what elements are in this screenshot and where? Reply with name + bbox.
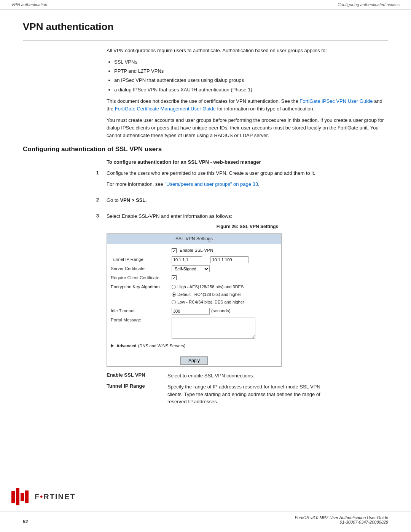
header-right: Configuring authenticated access [338, 2, 400, 7]
footer-guide-info: FortiOS v3.0 MR7 User Authentication Use… [295, 515, 388, 524]
link-cert-mgmt-guide[interactable]: FortiGate Certificate Management User Gu… [115, 106, 216, 112]
portal-msg-value [172, 317, 255, 339]
field-desc-1: Select to enable SSL VPN connections. [167, 372, 335, 380]
fortinet-logo: F•RTINET [11, 488, 75, 505]
intro-para2-prefix: This document does not describe the use … [107, 98, 299, 104]
step-3-text: Select Enable SSL-VPN and enter informat… [107, 212, 388, 220]
fortinet-logo-svg [11, 488, 32, 505]
footer-page-number: 52 [23, 519, 28, 524]
intro-section: All VPN configurations require users to … [107, 47, 388, 139]
server-cert-value: Self-Signed [172, 265, 210, 272]
step-content-3: Select Enable SSL-VPN and enter informat… [107, 212, 388, 367]
intro-paragraph-2: This document does not describe the use … [107, 97, 388, 113]
enable-ssl-vpn-value: Enable SSL-VPN [172, 247, 213, 254]
enc-radio-default-btn[interactable] [172, 292, 176, 297]
idle-timeout-row: Idle Timeout (seconds) [111, 308, 277, 315]
tunnel-ip-to-input[interactable] [210, 256, 249, 263]
server-cert-row: Server Certificate Self-Signed [111, 265, 277, 272]
require-client-cert-row: Require Client Certificate [111, 275, 277, 281]
advanced-row: Advanced (DNS and WINS Servers) [111, 341, 277, 351]
field-name-1: Enable SSL VPN [107, 372, 160, 380]
apply-btn-row: Apply [107, 354, 281, 366]
svg-rect-3 [25, 490, 29, 503]
portal-msg-row: Portal Message [111, 317, 277, 339]
enc-radio-low-btn[interactable] [172, 300, 176, 304]
idle-timeout-label: Idle Timeout [111, 308, 172, 315]
step-number-3: 3 [23, 212, 107, 219]
section-heading: Configuring authentication of SSL VPN us… [23, 145, 388, 153]
enc-radio-high-btn[interactable] [172, 285, 176, 289]
field-desc-2: Specify the range of IP addresses reserv… [167, 383, 335, 406]
enc-radio-default-label: Default - RC4(128 bits) and higher [177, 291, 241, 298]
settings-box-title: SSL-VPN Settings [107, 234, 281, 244]
step-2-prefix: Go to [107, 197, 120, 203]
step-number-1: 1 [23, 169, 107, 176]
tunnel-ip-value: – [172, 256, 249, 263]
tunnel-ip-from-input[interactable] [172, 256, 202, 263]
main-content: VPN authentication All VPN configuration… [0, 10, 411, 432]
step-1: 1 Configure the users who are permitted … [23, 169, 388, 191]
fortinet-dot: • [40, 492, 43, 501]
enc-key-radio-group: High - AES(128/256 bits) and 3DES Defaul… [172, 284, 244, 305]
svg-rect-1 [16, 488, 19, 505]
server-cert-select[interactable]: Self-Signed [172, 265, 210, 272]
enc-radio-default: Default - RC4(128 bits) and higher [172, 291, 244, 298]
idle-timeout-input[interactable] [172, 308, 210, 315]
page-container: VPN authentication Configuring authentic… [0, 0, 411, 532]
step-1-note: For more information, see "Users/peers a… [107, 181, 388, 188]
enable-ssl-vpn-checkbox[interactable] [172, 248, 177, 253]
step-1-text: Configure the users who are permitted to… [107, 169, 388, 177]
fortinet-text: F•RTINET [35, 492, 75, 501]
step-content-2: Go to VPN > SSL. [107, 197, 388, 207]
idle-timeout-value: (seconds) [172, 308, 231, 315]
advanced-triangle-icon [111, 344, 114, 348]
portal-msg-textarea[interactable] [172, 318, 255, 339]
field-name-2: Tunnel IP Range [107, 383, 160, 406]
require-client-cert-checkbox[interactable] [172, 275, 177, 280]
advanced-sub-label: (DNS and WINS Servers) [138, 343, 186, 349]
step-2: 2 Go to VPN > SSL. [23, 197, 388, 207]
step-1-note-link[interactable]: "Users/peers and user groups" on page 33 [164, 181, 258, 187]
steps-container: 1 Configure the users who are permitted … [23, 169, 388, 367]
step-1-note-prefix: For more information, see [107, 181, 164, 187]
header-left: VPN authentication [11, 2, 47, 7]
enc-radio-high-label: High - AES(128/256 bits) and 3DES [177, 284, 244, 290]
ip-separator: – [205, 256, 207, 263]
intro-bullet-list: SSL VPNs PPTP and L2TP VPNs an IPSec VPN… [114, 58, 388, 94]
page-title: VPN authentication [23, 21, 388, 33]
list-item: a dialup IPSec VPN that uses XAUTH authe… [114, 86, 388, 94]
enc-radio-high: High - AES(128/256 bits) and 3DES [172, 284, 244, 290]
footer-guide-line1: FortiOS v3.0 MR7 User Authentication Use… [295, 515, 388, 520]
footer-bar: 52 FortiOS v3.0 MR7 User Authentication … [0, 511, 411, 524]
step-1-note-suffix: . [258, 181, 260, 187]
enc-key-label: Encryption Key Algorithm [111, 284, 172, 291]
apply-button[interactable]: Apply [180, 356, 208, 365]
svg-rect-2 [21, 493, 24, 501]
list-item: an IPSec VPN that authenticates users us… [114, 77, 388, 84]
list-item: PPTP and L2TP VPNs [114, 67, 388, 75]
tunnel-ip-label: Tunnel IP Range [111, 256, 172, 263]
portal-msg-label: Portal Message [111, 317, 172, 324]
field-desc-row-2: Tunnel IP Range Specify the range of IP … [107, 383, 335, 406]
require-client-cert-value [172, 275, 178, 280]
list-item: SSL VPNs [114, 58, 388, 66]
server-cert-label: Server Certificate [111, 265, 172, 272]
header-bar: VPN authentication Configuring authentic… [0, 0, 411, 10]
enable-ssl-vpn-text: Enable SSL-VPN [180, 247, 213, 254]
require-client-cert-label: Require Client Certificate [111, 275, 172, 281]
intro-paragraph-1: All VPN configurations require users to … [107, 47, 388, 54]
footer-guide-line2: 01-30007-0347-20080828 [295, 520, 388, 524]
step-content-1: Configure the users who are permitted to… [107, 169, 388, 191]
enc-key-row: Encryption Key Algorithm High - AES(128/… [111, 284, 277, 305]
svg-rect-0 [11, 491, 15, 503]
logo-area: F•RTINET [11, 488, 75, 505]
field-desc-row-1: Enable SSL VPN Select to enable SSL VPN … [107, 372, 335, 380]
sub-heading: To configure authentication for an SSL V… [107, 159, 388, 165]
link-ipsec-vpn-guide[interactable]: FortiGate IPSec VPN User Guide [299, 98, 373, 104]
step-3: 3 Select Enable SSL-VPN and enter inform… [23, 212, 388, 367]
enable-ssl-vpn-row: Enable SSL-VPN [111, 247, 277, 254]
step-2-suffix: . [145, 197, 147, 203]
enc-radio-low-label: Low - RC4(64 bits), DES and higher [177, 299, 244, 305]
advanced-label[interactable]: Advanced [116, 343, 137, 349]
intro-para2-suffix: for information on this type of authenti… [216, 106, 314, 112]
